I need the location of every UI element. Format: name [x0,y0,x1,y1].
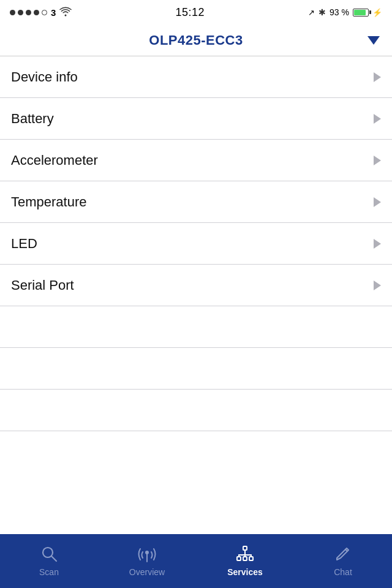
empty-row-2 [0,348,392,390]
list-item-temperature[interactable]: Temperature [0,181,392,223]
svg-point-3 [146,551,148,554]
search-icon [39,543,59,564]
network-icon [235,543,255,564]
tab-chat[interactable]: Chat [294,534,392,588]
tab-bar: Scan Overview [0,534,392,588]
chevron-right-icon [374,72,381,82]
chevron-right-icon [374,156,381,165]
battery-icon [353,9,369,17]
list-item-device-info[interactable]: Device info [0,56,392,98]
list-item-serial-port[interactable]: Serial Port [0,265,392,306]
list-item-label: Accelerometer [11,153,98,168]
dot3 [26,10,31,15]
chevron-right-icon [374,239,381,249]
pencil-icon [333,543,353,564]
status-right: ↗ ✱ 93 % ⚡ [308,7,382,17]
status-bar: 3 15:12 ↗ ✱ 93 % ⚡ [0,0,392,24]
page-header: OLP425-ECC3 [0,24,392,56]
tab-services-label: Services [227,567,263,577]
tab-chat-label: Chat [334,567,352,577]
location-icon: ↗ [308,8,315,17]
tab-scan-label: Scan [39,567,59,577]
list-item-label: Temperature [11,194,87,210]
bluetooth-icon: ✱ [318,7,326,17]
tab-overview-label: Overview [129,567,165,577]
list-item-led[interactable]: LED [0,223,392,265]
svg-line-13 [345,549,347,551]
chevron-right-icon [374,197,381,207]
content-area: Device info Battery Accelerometer Temper… [0,56,392,534]
tab-overview[interactable]: Overview [98,534,196,588]
services-list: Device info Battery Accelerometer Temper… [0,56,392,306]
list-item-label: LED [11,236,37,252]
dot5 [42,10,47,15]
signal-dots [10,10,47,15]
status-left: 3 [10,7,72,18]
dot4 [34,10,39,15]
list-item-battery[interactable]: Battery [0,98,392,140]
network-type: 3 [51,7,56,18]
list-item-label: Serial Port [11,277,74,293]
wifi-icon [59,7,72,18]
tab-services[interactable]: Services [196,534,294,588]
empty-row-3 [0,390,392,431]
list-item-label: Device info [11,69,78,85]
empty-row-1 [0,306,392,348]
battery-fill [354,10,366,15]
svg-line-1 [51,556,56,561]
tab-scan[interactable]: Scan [0,534,98,588]
clock: 15:12 [175,6,205,19]
page-title: OLP425-ECC3 [149,32,243,48]
list-item-accelerometer[interactable]: Accelerometer [0,140,392,181]
chevron-right-icon [374,114,381,124]
battery-pct: 93 % [330,7,349,17]
charging-icon: ⚡ [372,8,382,17]
chevron-down-icon[interactable] [368,36,380,45]
dot1 [10,10,15,15]
list-item-label: Battery [11,111,54,127]
chevron-right-icon [374,281,381,290]
antenna-icon [137,543,157,564]
dot2 [18,10,23,15]
